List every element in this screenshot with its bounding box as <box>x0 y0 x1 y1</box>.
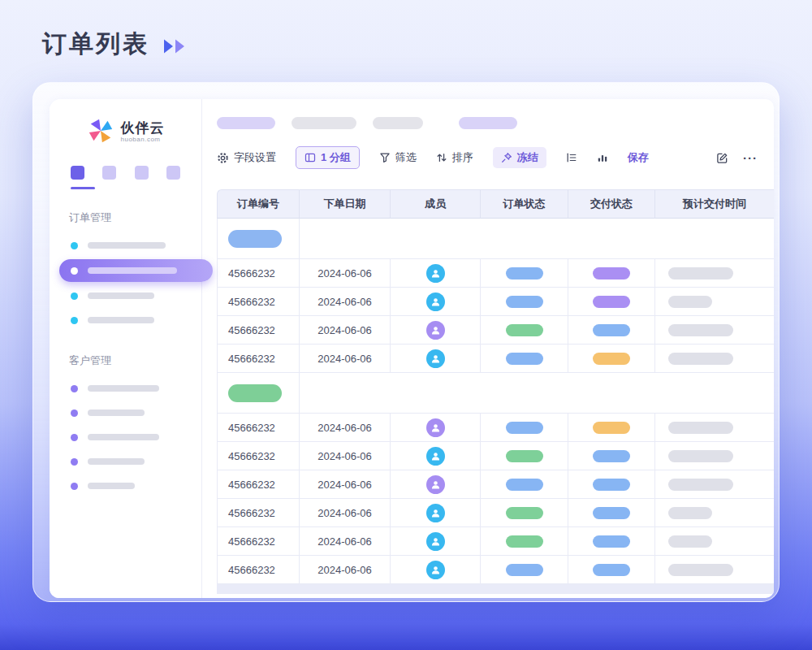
item-skeleton-bar <box>88 292 154 299</box>
cell-order-date: 2024-06-06 <box>300 442 391 470</box>
sidebar-section-label: 客户管理 <box>69 353 201 368</box>
delivery-status-pill <box>593 507 630 519</box>
toolbar: 字段设置1 分组筛选排序冻结保存 ··· <box>202 145 774 170</box>
sidebar-item[interactable] <box>50 233 201 258</box>
table-row[interactable]: 456662322024-06-06 <box>217 527 774 556</box>
cell-order-date: 2024-06-06 <box>300 316 391 344</box>
table-row[interactable]: 456662322024-06-06 <box>217 344 774 373</box>
sidebar-tab-1[interactable] <box>71 166 84 180</box>
sort-icon <box>436 152 447 163</box>
toolbar-filter-button[interactable]: 筛选 <box>379 150 417 165</box>
toolbar-field-settings-button[interactable]: 字段设置 <box>217 150 276 165</box>
sidebar-item[interactable] <box>50 308 201 332</box>
item-dot-icon <box>71 242 78 249</box>
toolbar-row-height-button[interactable] <box>566 152 577 163</box>
cell-order-no: 45666232 <box>217 556 300 584</box>
toolbar-save-button[interactable]: 保存 <box>628 150 649 165</box>
item-skeleton-bar <box>88 458 145 465</box>
sidebar-tabs <box>50 166 201 180</box>
cell-delivery-status <box>568 556 655 584</box>
sidebar-item[interactable] <box>50 449 201 474</box>
sidebar-item[interactable] <box>50 425 201 449</box>
item-dot-icon <box>71 434 78 441</box>
toolbar-freeze-button[interactable]: 冻结 <box>493 147 546 168</box>
sidebar-item[interactable] <box>50 401 201 425</box>
toolbar-group-label: 1 分组 <box>321 150 351 165</box>
table-body: 456662322024-06-06456662322024-06-064566… <box>217 219 774 584</box>
eta-skeleton-pill <box>668 479 733 491</box>
toolbar-edit-button[interactable] <box>716 152 728 164</box>
cell-order-status <box>481 259 568 288</box>
eta-skeleton-pill <box>668 564 733 576</box>
table-row[interactable]: 456662322024-06-06 <box>217 288 774 316</box>
sidebar-tab-4[interactable] <box>166 166 180 180</box>
cell-order-status <box>481 556 568 584</box>
cell-order-date: 2024-06-06 <box>300 527 391 556</box>
order-status-pill <box>506 296 543 308</box>
item-skeleton-bar <box>88 242 166 249</box>
sidebar-item[interactable] <box>50 284 201 308</box>
table-row[interactable]: 456662322024-06-06 <box>217 470 774 499</box>
table-row[interactable]: 456662322024-06-06 <box>217 316 774 344</box>
group-pill[interactable] <box>228 230 282 248</box>
delivery-status-pill <box>593 450 630 462</box>
group-header-row <box>217 373 774 414</box>
toolbar-field-settings-label: 字段设置 <box>234 150 276 165</box>
eta-skeleton-pill <box>668 507 712 519</box>
table-row[interactable]: 456662322024-06-06 <box>217 499 774 527</box>
cell-member <box>391 316 481 344</box>
group-header-spacer <box>300 373 774 414</box>
cell-member <box>391 556 481 584</box>
order-status-pill <box>506 479 543 491</box>
member-avatar <box>426 447 445 466</box>
sidebar-tab-3[interactable] <box>135 166 149 180</box>
table-row[interactable]: 456662322024-06-06 <box>217 259 774 288</box>
logo-text: 伙伴云 <box>121 121 165 136</box>
header-skeleton-pill <box>373 117 423 129</box>
toolbar-sort-button[interactable]: 排序 <box>436 150 473 165</box>
order-status-pill <box>506 353 543 365</box>
table-row[interactable]: 456662322024-06-06 <box>217 414 774 442</box>
toolbar-chart-button[interactable] <box>597 152 608 163</box>
cell-delivery-status <box>568 414 655 442</box>
column-header-eta[interactable]: 预计交付时间 <box>655 189 774 219</box>
cell-order-date: 2024-06-06 <box>300 344 391 373</box>
item-dot-icon <box>71 317 78 324</box>
cell-eta <box>655 527 774 556</box>
column-header-order-date[interactable]: 下单日期 <box>300 189 391 219</box>
toolbar-more-button[interactable]: ··· <box>743 151 758 165</box>
item-skeleton-bar <box>88 267 177 274</box>
item-dot-icon <box>71 267 78 275</box>
sidebar-item[interactable] <box>50 376 201 401</box>
logo-pinwheel-icon <box>87 117 114 148</box>
sidebar-item-active[interactable] <box>59 259 213 282</box>
header-skeleton-pill <box>217 117 275 129</box>
column-header-order-status[interactable]: 订单状态 <box>481 189 568 219</box>
group-pill[interactable] <box>228 384 282 402</box>
table-row[interactable]: 456662322024-06-06 <box>217 556 774 584</box>
eta-skeleton-pill <box>668 450 733 462</box>
app-window-card: 伙伴云 huoban.com 订单管理客户管理 字段设置1 分组筛选排序冻结保存… <box>32 82 780 602</box>
cell-delivery-status <box>568 527 655 556</box>
group-icon <box>304 152 316 163</box>
cell-eta <box>655 414 774 442</box>
toolbar-group-button[interactable]: 1 分组 <box>296 146 360 169</box>
column-header-member[interactable]: 成员 <box>391 189 481 219</box>
column-header-order-no[interactable]: 订单编号 <box>217 189 300 219</box>
cell-order-status <box>481 414 568 442</box>
sidebar-item[interactable] <box>50 474 201 498</box>
order-status-pill <box>506 267 543 280</box>
item-skeleton-bar <box>88 483 135 489</box>
table-row[interactable]: 456662322024-06-06 <box>217 442 774 470</box>
toolbar-left: 字段设置1 分组筛选排序冻结保存 <box>217 146 649 169</box>
sidebar-section-label: 订单管理 <box>69 210 201 225</box>
item-skeleton-bar <box>88 434 159 440</box>
eta-skeleton-pill <box>668 422 733 434</box>
cell-order-date: 2024-06-06 <box>300 288 391 316</box>
cell-delivery-status <box>568 499 655 527</box>
cell-member <box>391 344 481 373</box>
cell-delivery-status <box>568 442 655 470</box>
column-header-delivery-status[interactable]: 交付状态 <box>568 189 655 219</box>
sidebar-tab-2[interactable] <box>102 166 116 180</box>
cell-delivery-status <box>568 288 655 316</box>
